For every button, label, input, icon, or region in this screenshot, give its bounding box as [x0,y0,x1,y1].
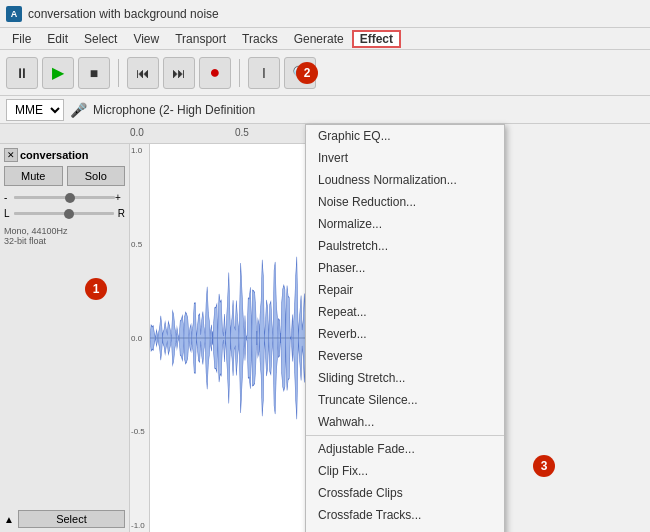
select-button[interactable]: Select [18,510,125,528]
effect-item-invert[interactable]: Invert [306,147,504,169]
host-select[interactable]: MME [6,99,64,121]
effect-item-normalize---[interactable]: Normalize... [306,213,504,235]
mute-button[interactable]: Mute [4,166,63,186]
menu-item-transport[interactable]: Transport [167,30,234,48]
menu-item-generate[interactable]: Generate [286,30,352,48]
effect-item-loudness-normalization---[interactable]: Loudness Normalization... [306,169,504,191]
zoom-tool-button[interactable]: 🔍 [284,57,316,89]
track-info: Mono, 44100Hz32-bit float [4,226,125,246]
title-bar: A conversation with background noise [0,0,650,28]
effect-dropdown: Graphic EQ...InvertLoudness Normalizatio… [305,124,505,532]
gain-row: - + [4,190,125,204]
ruler-mark-0: 0.0 [130,127,144,138]
track-name: conversation [20,149,125,161]
db-scale: 1.0 0.5 0.0 -0.5 -1.0 [130,144,150,532]
stop-button[interactable]: ■ [78,57,110,89]
record-button[interactable]: ● [199,57,231,89]
effect-item-truncate-silence---[interactable]: Truncate Silence... [306,389,504,411]
play-button[interactable]: ▶ [42,57,74,89]
app-icon: A [6,6,22,22]
text-tool-button[interactable]: I [248,57,280,89]
skip-start-button[interactable]: ⏮ [127,57,159,89]
toolbar: ⏸▶■⏮⏭●I🔍 [0,50,650,96]
effect-item-wahwah---[interactable]: Wahwah... [306,411,504,433]
pan-row: L R [4,206,125,220]
effect-item-delay---[interactable]: Delay... [306,526,504,532]
track-close-button[interactable]: ✕ [4,148,18,162]
gain-max-label: + [115,192,125,203]
db-0.0: 0.0 [131,334,148,343]
effect-item-repeat---[interactable]: Repeat... [306,301,504,323]
menu-item-tracks[interactable]: Tracks [234,30,286,48]
gain-min-label: - [4,192,14,203]
mic-icon: 🎤 [70,102,87,118]
menu-item-edit[interactable]: Edit [39,30,76,48]
select-btn-row: ▲ Select [4,510,125,528]
effect-item-noise-reduction---[interactable]: Noise Reduction... [306,191,504,213]
effect-item-paulstretch---[interactable]: Paulstretch... [306,235,504,257]
menu-bar: FileEditSelectViewTransportTracksGenerat… [0,28,650,50]
pan-slider[interactable] [14,206,114,220]
toolbar-separator-2 [239,59,240,87]
db-neg1.0: -1.0 [131,521,148,530]
effect-item-phaser---[interactable]: Phaser... [306,257,504,279]
pan-right-label: R [118,208,125,219]
effect-item-crossfade-clips[interactable]: Crossfade Clips [306,482,504,504]
device-bar: MME 🎤 Microphone (2- High Definition [0,96,650,124]
menu-item-select[interactable]: Select [76,30,125,48]
menu-item-effect[interactable]: Effect [352,30,401,48]
window-title: conversation with background noise [28,7,219,21]
gain-slider[interactable] [14,190,115,204]
toolbar-separator [118,59,119,87]
db-neg0.5: -0.5 [131,427,148,436]
ruler-mark-05: 0.5 [235,127,249,138]
pause-button[interactable]: ⏸ [6,57,38,89]
menu-item-file[interactable]: File [4,30,39,48]
effect-item-graphic-eq---[interactable]: Graphic EQ... [306,125,504,147]
db-1.0: 1.0 [131,146,148,155]
db-0.5: 0.5 [131,240,148,249]
effect-separator [306,435,504,436]
menu-item-view[interactable]: View [125,30,167,48]
effect-item-repair[interactable]: Repair [306,279,504,301]
pan-left-label: L [4,208,10,219]
microphone-label: Microphone (2- High Definition [93,103,255,117]
effect-item-sliding-stretch---[interactable]: Sliding Stretch... [306,367,504,389]
main-area: ▲ 0.0 0.5 1.0 ✕ conversation Mute Solo [0,124,650,532]
track-name-bar: ✕ conversation [4,148,125,162]
track-controls: ✕ conversation Mute Solo - + [0,144,130,532]
effect-item-adjustable-fade---[interactable]: Adjustable Fade... [306,438,504,460]
skip-end-button[interactable]: ⏭ [163,57,195,89]
mute-solo-row: Mute Solo [4,166,125,186]
effect-item-crossfade-tracks---[interactable]: Crossfade Tracks... [306,504,504,526]
collapse-button[interactable]: ▲ [4,514,14,525]
effect-item-reverse[interactable]: Reverse [306,345,504,367]
solo-button[interactable]: Solo [67,166,126,186]
effect-item-clip-fix---[interactable]: Clip Fix... [306,460,504,482]
effect-item-reverb---[interactable]: Reverb... [306,323,504,345]
